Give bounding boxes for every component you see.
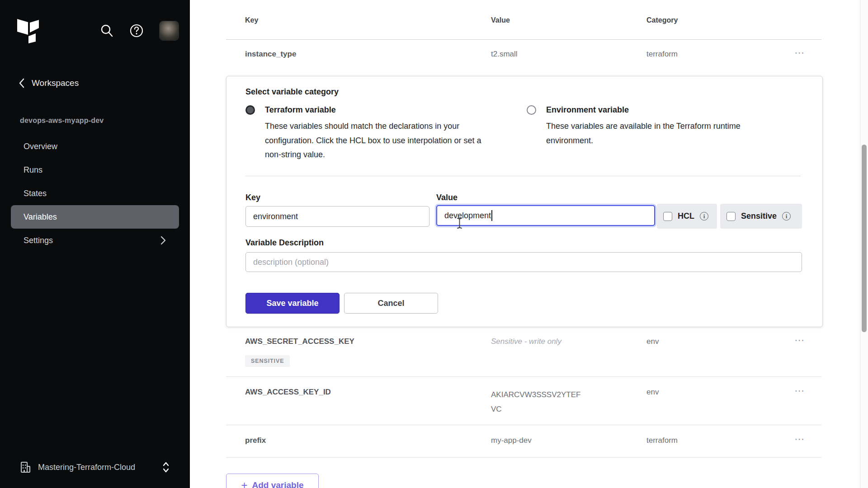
- scrollbar-track[interactable]: [860, 0, 868, 488]
- option-environment-variable: Environment variable These variables are…: [527, 105, 780, 148]
- plus-icon: +: [241, 481, 247, 488]
- value-input-text: development: [444, 211, 491, 221]
- sidebar-item-states[interactable]: States: [11, 182, 179, 205]
- table-row-aws-secret-access-key: AWS_SECRET_ACCESS_KEY SENSITIVE Sensitiv…: [226, 337, 821, 367]
- sensitive-flag: Sensitive i: [720, 204, 802, 229]
- variable-key: AWS_SECRET_ACCESS_KEY: [245, 337, 491, 346]
- variable-key: AWS_ACCESS_KEY_ID: [226, 388, 491, 397]
- value-field-label: Value: [436, 193, 458, 202]
- sensitive-badge: SENSITIVE: [245, 355, 290, 367]
- row-menu-button[interactable]: ⋯: [794, 47, 805, 58]
- variable-category: terraform: [646, 436, 755, 445]
- ibeam-cursor: [456, 217, 463, 229]
- nav-label: Variables: [24, 212, 57, 222]
- column-header-category: Category: [646, 16, 755, 24]
- hcl-flag: HCL i: [657, 204, 717, 229]
- category-heading: Select variable category: [245, 87, 339, 97]
- organization-icon: [20, 461, 31, 473]
- variable-value: Sensitive - write only: [491, 337, 646, 346]
- chevron-left-icon: [18, 78, 25, 89]
- sidebar-item-overview[interactable]: Overview: [11, 135, 179, 158]
- table-row-aws-access-key-id: AWS_ACCESS_KEY_ID AKIARCVW3SSSV2YTEFVC e…: [226, 388, 821, 417]
- main-content: Key Value Category instance_type t2.smal…: [190, 0, 868, 488]
- option-label: Environment variable: [546, 105, 629, 115]
- back-label: Workspaces: [32, 78, 79, 88]
- option-description: These variables are available in the Ter…: [546, 119, 779, 148]
- search-icon[interactable]: [99, 23, 114, 38]
- cancel-button[interactable]: Cancel: [344, 293, 438, 314]
- option-label: Terraform variable: [265, 105, 336, 115]
- help-icon[interactable]: [129, 23, 144, 38]
- variable-category: env: [646, 337, 755, 346]
- value-flags: HCL i Sensitive i: [657, 204, 802, 229]
- scrollbar-thumb[interactable]: [862, 145, 867, 332]
- header-divider: [226, 39, 821, 40]
- chevron-right-icon: [160, 235, 166, 245]
- edit-variable-panel: Select variable category Terraform varia…: [226, 76, 823, 327]
- sensitive-checkbox[interactable]: [726, 212, 736, 221]
- hcl-info-icon[interactable]: i: [700, 212, 708, 221]
- panel-divider: [245, 176, 801, 176]
- variables-table-header: Key Value Category: [226, 0, 821, 40]
- workspace-name: devops-aws-myapp-dev: [20, 117, 104, 125]
- add-variable-label: Add variable: [252, 480, 303, 488]
- terraform-variable-radio-row[interactable]: Terraform variable: [245, 105, 499, 115]
- add-variable-button[interactable]: + Add variable: [226, 474, 319, 488]
- nav-label: Settings: [24, 236, 53, 245]
- description-placeholder: description (optional): [253, 258, 329, 267]
- sensitive-info-icon[interactable]: i: [782, 212, 791, 221]
- row-menu-button[interactable]: ⋯: [794, 385, 805, 396]
- save-variable-button[interactable]: Save variable: [245, 293, 340, 314]
- org-name: Mastering-Terraform-Cloud: [38, 463, 135, 472]
- radio-unselected-icon[interactable]: [527, 105, 536, 115]
- sidebar-header: [16, 18, 179, 43]
- value-input[interactable]: development: [436, 205, 655, 226]
- back-to-workspaces-link[interactable]: Workspaces: [18, 78, 79, 89]
- sidebar-item-settings[interactable]: Settings: [11, 229, 179, 252]
- nav-label: States: [24, 189, 47, 198]
- row-divider: [226, 376, 821, 377]
- key-field-label: Key: [245, 193, 260, 202]
- description-field-label: Variable Description: [245, 238, 324, 248]
- option-terraform-variable: Terraform variable These variables shoul…: [245, 105, 499, 162]
- sidebar: Workspaces devops-aws-myapp-dev Overview…: [0, 0, 190, 488]
- variable-category: env: [646, 388, 755, 397]
- description-input[interactable]: description (optional): [245, 252, 802, 272]
- row-menu-button[interactable]: ⋯: [794, 433, 805, 445]
- org-switcher[interactable]: Mastering-Terraform-Cloud: [11, 455, 179, 479]
- text-caret: [491, 210, 492, 221]
- user-avatar[interactable]: [159, 21, 179, 41]
- nav-label: Overview: [24, 142, 57, 151]
- column-header-value: Value: [491, 16, 646, 24]
- option-description: These variables should match the declara…: [265, 119, 493, 162]
- row-divider: [226, 457, 821, 458]
- sidebar-item-variables[interactable]: Variables: [11, 205, 179, 229]
- table-row-prefix: prefix my-app-dev terraform ⋯: [226, 436, 821, 445]
- column-header-key: Key: [226, 16, 491, 24]
- variable-value: t2.small: [491, 50, 646, 59]
- variable-key: instance_type: [226, 50, 491, 59]
- table-row-instance-type: instance_type t2.small terraform ⋯: [226, 50, 821, 59]
- variable-value: my-app-dev: [491, 436, 646, 445]
- sidebar-item-runs[interactable]: Runs: [11, 158, 179, 182]
- hcl-checkbox[interactable]: [663, 212, 672, 221]
- select-caret-icon: [162, 461, 170, 473]
- sensitive-label: Sensitive: [741, 211, 777, 221]
- hcl-label: HCL: [678, 211, 694, 221]
- variable-category: terraform: [646, 50, 755, 59]
- key-input[interactable]: environment: [245, 206, 429, 227]
- nav-label: Runs: [24, 165, 42, 175]
- row-menu-button[interactable]: ⋯: [794, 334, 805, 346]
- environment-variable-radio-row[interactable]: Environment variable: [527, 105, 780, 115]
- variable-key: prefix: [226, 436, 491, 445]
- variable-value: AKIARCVW3SSSV2YTEFVC: [491, 388, 585, 417]
- radio-selected-icon[interactable]: [245, 105, 255, 115]
- row-divider: [226, 425, 821, 425]
- key-input-text: environment: [253, 212, 298, 221]
- terraform-logo: [16, 18, 40, 43]
- workspace-nav: Overview Runs States Variables Settings: [11, 135, 179, 252]
